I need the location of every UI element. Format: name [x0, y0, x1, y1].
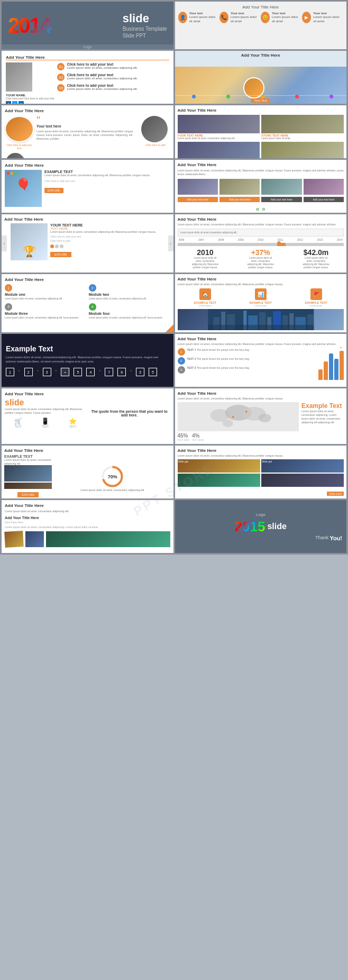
icon-lbl-1: TEXT: [14, 425, 22, 428]
slide10-title: Add Your Title Here: [178, 217, 344, 222]
view-more-button[interactable]: View more: [327, 492, 344, 496]
slide15-body: Lorem ipsum dolor sit amet, consectetur …: [5, 407, 86, 415]
quote-body: Lorem ipsum dolor sit amet, consectetur …: [36, 130, 139, 141]
profile-image: [6, 62, 32, 92]
slide15-title: Add Your Title Here: [5, 392, 170, 396]
timeline-slide: Add Your Title Here Your Text: [175, 51, 347, 104]
text-block: Add Your Title Here Here Here Here Lorem…: [5, 516, 170, 529]
sep-4: ·: [99, 368, 100, 376]
modules-slide: Add Your Title Here 1 Module one Lorem i…: [2, 274, 173, 332]
quote-text: The quote from the person that you want …: [89, 410, 170, 417]
carousel-body: Lorem ipsum dolor sit amet, consectetur …: [50, 230, 164, 234]
slide15-content: slide Lorem ipsum dolor sit amet, consec…: [5, 398, 170, 428]
year-2010: 2010: [258, 238, 263, 241]
explore-button[interactable]: EXPLORE: [44, 188, 63, 193]
twitter-icon: t: [12, 101, 17, 104]
module-body-4: Lorem ipsum dolor sit amet, consectetur …: [89, 316, 170, 320]
grid-item-3: Click here to add your text Lorem ipsum …: [178, 142, 260, 158]
closing-slide: Logo 2015 slide Thank You!: [175, 500, 347, 553]
module-body-3: Lorem ipsum dolor sit amet, consectetur …: [5, 316, 86, 320]
module-num-1: 1: [5, 284, 12, 292]
step-3: 03 Click here to add your textLorem ipsu…: [57, 84, 169, 92]
explore-btn[interactable]: EXPLORE: [50, 252, 71, 257]
next-button[interactable]: ›: [168, 235, 173, 251]
slide7-content: 🎈 EXAMPLE TEXT Lorem ipsum dolor sit ame…: [5, 170, 170, 207]
num-5: 5: [74, 368, 82, 376]
item-num-2: 2: [178, 357, 185, 365]
balloon-image: 🎈: [5, 170, 42, 207]
phone-icon-sm: 📱: [41, 418, 49, 425]
step-num-3: 03: [57, 84, 65, 92]
slide4-title: Add Your Title Here: [177, 53, 345, 58]
stat-2: +37% Lorem ipsum dolor sit amet, consect…: [246, 248, 275, 269]
slide15-left: slide Lorem ipsum dolor sit amet, consec…: [5, 398, 86, 428]
dot-blue: [192, 95, 196, 98]
explore-btn[interactable]: EXPLORE: [17, 492, 39, 497]
pct-2: 4% TEXT HERE: [192, 433, 204, 441]
stat-label-2: Lorem ipsum dolor sit amet, consectetur …: [246, 257, 275, 269]
map-slide: Add Your Title Here Lorem ipsum dolor si…: [175, 388, 347, 444]
next-arrow[interactable]: »: [262, 205, 265, 213]
your-text-label: YOUR TEXT HERE: [50, 223, 164, 227]
steps-list: 01 Click here to add your textLorem ipsu…: [57, 62, 169, 104]
prev-arrow[interactable]: «: [256, 205, 260, 213]
num-3: 3: [43, 368, 51, 376]
grid-img-4: [261, 142, 344, 158]
img-3: [261, 179, 301, 195]
label-1: Add your text here: [178, 197, 218, 202]
image-area: [4, 465, 52, 489]
slide17-title: Add Your Title Here: [4, 448, 171, 453]
photo-2: Slide ppt: [261, 459, 344, 473]
triangle-decoration: [166, 324, 173, 332]
icon-text-2: Your textLorem ipsum dolor sit amet: [231, 12, 261, 23]
star-icon: ⭐: [69, 418, 77, 425]
slide16-right: Example Text Lorem ipsum dolor sit amet,…: [301, 402, 344, 441]
bar-2: [324, 361, 328, 380]
icons-row: 🛒 TEXT 📱 TEXT ⭐ TEXT: [5, 418, 86, 428]
num-6: 4: [86, 368, 95, 376]
click-label3: Click here to add: [141, 143, 170, 147]
prev-button[interactable]: ‹: [2, 235, 7, 251]
step-num-1: 01: [57, 63, 65, 70]
item-num-3: 3: [178, 366, 185, 374]
grid-text-2: Lorem ipsum dolor sit amet.: [261, 137, 344, 140]
slide19-body: Lorem ipsum dolor sit amet, consectetur …: [5, 510, 170, 513]
house-icon: 🏠: [199, 288, 211, 300]
icon-block-2: 📱 TEXT: [41, 418, 49, 428]
step-body-3: Lorem ipsum dolor sit amet, consectetur …: [67, 87, 138, 91]
slide16-content: 45% TEXT HERE 4% TEXT HERE Example Text …: [178, 402, 344, 441]
slide18-title: Add Your Title Here: [178, 448, 344, 453]
dot-orange: [261, 95, 264, 98]
logo-text: Logo: [179, 512, 343, 517]
num-4: •: [61, 368, 69, 376]
year-2012: 2012: [297, 238, 303, 241]
stats-row: 2010 Lorem ipsum dolor sit amet, consect…: [178, 248, 344, 269]
slide14-content: 1 TEXT 1 The quick brown fox jumps over …: [178, 348, 344, 380]
carousel-content: 🏆 YOUR TEXT HERE TEXT HERE Lorem ipsum d…: [11, 223, 164, 260]
carousel-image: 🏆: [11, 223, 48, 260]
num-10: 5: [149, 368, 157, 376]
grid-item-1: YOUR TEXT HERE Lorem ipsum dolor sit ame…: [178, 115, 260, 140]
social-icons: f t in: [6, 101, 54, 104]
module-num-4: 4: [89, 303, 96, 311]
quote-content: Click here to add your text Click here t…: [5, 116, 170, 158]
module-3: 3 Module three Lorem ipsum dolor sit ame…: [5, 303, 86, 320]
icon-lbl-3: TEXT: [69, 425, 77, 428]
slide7-body: Lorem ipsum dolor sit amet, consectetur …: [44, 174, 170, 177]
bar-5: ▲: [340, 351, 344, 380]
year-2009: 2009: [238, 238, 244, 241]
stats-slide: Add Your Title Here Lorem ipsum dolor si…: [175, 214, 347, 273]
num-8: 8: [117, 368, 126, 376]
slide18-body: Lorem ipsum dolor sit amet, consectetur …: [178, 454, 344, 458]
small-images: [5, 531, 170, 547]
module-2: 2 Module two Lorem ipsum dolor sit amet,…: [89, 284, 170, 301]
photo-label-1: Slide ppt: [178, 459, 260, 464]
example-text: Example Text: [301, 402, 344, 410]
icon-block-1: 🛒 TEXT: [14, 418, 22, 428]
img-4: [304, 179, 344, 195]
icon-block-3: 😊 Your textLorem ipsum dolor sit amet: [261, 12, 302, 23]
nav-arrows[interactable]: « »: [178, 204, 344, 213]
timeline-box: Lorem ipsum dolor sit amet consectetur a…: [178, 229, 344, 237]
photo-4: [261, 474, 344, 487]
svg-point-20: [222, 420, 233, 427]
